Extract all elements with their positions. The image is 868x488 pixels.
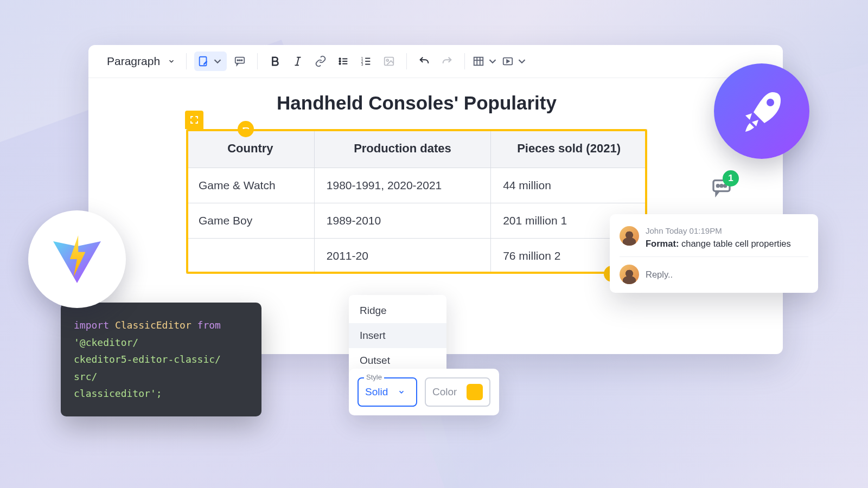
import-path: '@ckeditor/ ckeditor5-editor-classic/ sr… [74, 337, 221, 400]
numbered-list-button[interactable]: 123 [356, 52, 376, 71]
vite-icon [47, 229, 107, 289]
svg-rect-22 [474, 57, 483, 66]
toolbar: Paragraph 123 [88, 45, 783, 78]
speech-bubble-icon [234, 55, 246, 67]
svg-point-21 [386, 59, 388, 61]
comment-body: Format: change table cell properties [646, 239, 791, 249]
table-button[interactable] [473, 52, 499, 71]
chevron-down-icon [212, 55, 224, 67]
th-sold: Pieces sold (2021) [491, 130, 647, 168]
style-field-value: Solid [365, 386, 388, 398]
media-button[interactable] [502, 52, 528, 71]
svg-line-7 [297, 57, 299, 66]
document-title: Handheld Consoles' Popularity [148, 92, 685, 114]
th-production: Production dates [314, 130, 490, 168]
chevron-down-icon [516, 55, 528, 67]
avatar [620, 265, 639, 284]
link-button[interactable] [311, 52, 330, 71]
table-row[interactable]: Game & Watch 1980-1991, 2020-2021 44 mil… [187, 168, 647, 203]
return-icon [241, 125, 250, 133]
comment-thread: John Today 01:19PM Format: change table … [610, 214, 818, 293]
color-select[interactable]: Color [425, 377, 490, 407]
link-icon [315, 55, 327, 67]
svg-point-10 [339, 63, 340, 64]
bullet-list-icon [337, 55, 349, 67]
bold-icon [269, 55, 281, 67]
block-style-dropdown[interactable]: Paragraph [101, 55, 178, 68]
svg-point-8 [339, 58, 340, 59]
style-field-label: Style [364, 373, 384, 381]
svg-point-28 [717, 185, 719, 187]
color-swatch [467, 384, 483, 400]
table-row[interactable]: Game Boy 1989-2010 201 million 1 [187, 203, 647, 239]
comment-indicator[interactable]: 1 [710, 177, 733, 201]
redo-icon [441, 55, 453, 67]
undo-button[interactable] [414, 52, 434, 71]
expand-handle[interactable] [185, 111, 203, 129]
color-field-label: Color [432, 386, 457, 398]
italic-button[interactable] [288, 52, 308, 71]
class-name: ClassicEditor [115, 319, 192, 331]
style-select[interactable]: Style Solid [358, 377, 417, 407]
svg-rect-0 [200, 57, 207, 66]
rocket-badge [714, 63, 809, 159]
rocket-icon [735, 84, 789, 138]
chevron-down-icon [398, 388, 405, 396]
table-icon [473, 55, 484, 67]
avatar [620, 226, 639, 246]
border-style-menu: Ridge Insert Outset [349, 295, 446, 376]
kw-from: from [197, 319, 221, 331]
menu-item-ridge[interactable]: Ridge [349, 298, 446, 323]
svg-point-31 [767, 99, 774, 106]
bullet-list-button[interactable] [334, 52, 353, 71]
numbered-list-icon: 123 [360, 55, 372, 67]
svg-point-2 [237, 60, 238, 61]
document-edit-icon [197, 55, 209, 67]
cell-properties-panel: Style Solid Color [349, 369, 499, 415]
svg-point-9 [339, 61, 340, 62]
vite-logo-badge [28, 210, 126, 308]
image-icon [383, 55, 395, 67]
svg-point-29 [720, 185, 723, 187]
track-changes-button[interactable] [194, 52, 227, 71]
menu-item-insert[interactable]: Insert [349, 323, 446, 348]
chevron-down-icon [168, 57, 175, 65]
block-style-label: Paragraph [107, 55, 160, 68]
code-snippet: import ClassicEditor from '@ckeditor/ ck… [61, 303, 261, 416]
image-button[interactable] [379, 52, 399, 71]
kw-import: import [74, 319, 109, 331]
bold-button[interactable] [265, 52, 285, 71]
expand-icon [189, 115, 199, 125]
redo-button[interactable] [437, 52, 457, 71]
comment-count-badge: 1 [723, 170, 739, 187]
italic-icon [292, 55, 304, 67]
svg-text:3: 3 [361, 62, 363, 66]
table-row[interactable]: 2011-20 76 million 2 [187, 239, 647, 274]
consoles-table: Country Production dates Pieces sold (20… [186, 129, 647, 274]
video-icon [502, 55, 514, 67]
comment-button[interactable] [230, 52, 250, 71]
insert-row-handle-top[interactable] [238, 121, 254, 137]
reply-input[interactable]: Reply.. [620, 256, 808, 293]
comment-meta: John Today 01:19PM [646, 226, 791, 235]
undo-icon [418, 55, 430, 67]
selected-table[interactable]: Country Production dates Pieces sold (20… [186, 129, 647, 274]
svg-point-4 [241, 60, 242, 61]
reply-placeholder: Reply.. [646, 269, 673, 280]
svg-point-3 [239, 60, 240, 61]
chevron-down-icon [487, 55, 499, 67]
